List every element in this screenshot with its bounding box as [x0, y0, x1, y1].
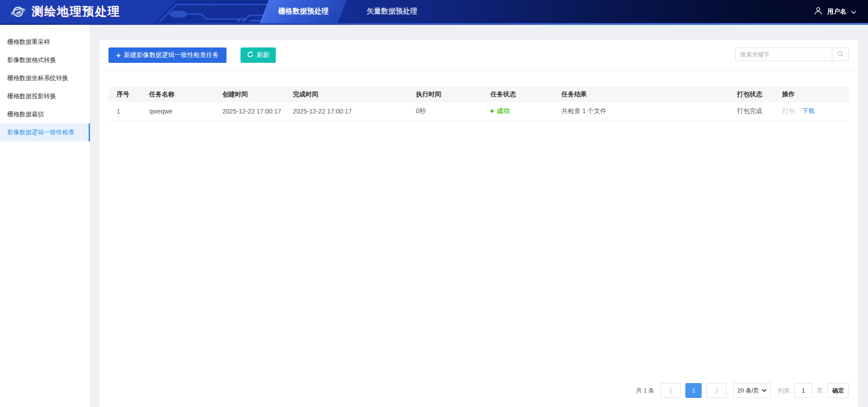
search-box [735, 47, 849, 61]
goto-page-input[interactable] [794, 383, 812, 398]
status-dot-icon [491, 109, 494, 113]
cell-exec-time: 0秒 [408, 102, 482, 120]
new-task-button[interactable]: + 新建影像数据逻辑一致性检查任务 [108, 47, 226, 63]
col-create-time: 创建时间 [214, 87, 285, 102]
user-menu[interactable]: 用户名 [814, 0, 856, 23]
goto-label: 到第 [778, 387, 790, 395]
app-logo-icon [10, 4, 26, 20]
main-content-card: + 新建影像数据逻辑一致性检查任务 刷新 [99, 40, 858, 407]
table-header-row: 序号 任务名称 创建时间 完成时间 执行时间 任务状态 任务结果 打包状态 操作 [108, 87, 849, 102]
sidebar-item-raster-resample[interactable]: 栅格数据重采样 [0, 33, 90, 51]
top-nav-tabs: 栅格数据预处理 矢量数据预处理 [264, 0, 422, 23]
chevron-down-icon [762, 389, 767, 392]
search-icon [837, 50, 844, 59]
page-unit-label: 页 [817, 387, 823, 395]
package-action[interactable]: 打包 [782, 107, 795, 114]
table-row: 1 qweqwe 2025-12-22 17:00:17 2025-12-22 … [108, 102, 849, 120]
plus-icon: + [116, 52, 121, 59]
chevron-left-icon [669, 388, 673, 393]
prev-page-button[interactable] [660, 383, 681, 398]
next-page-button[interactable] [706, 383, 726, 398]
app-title: 测绘地理预处理 [32, 4, 120, 19]
header-bottom-border [0, 23, 868, 25]
download-action[interactable]: 下载 [802, 107, 815, 114]
tab-vector-preprocessing[interactable]: 矢量数据预处理 [362, 0, 422, 23]
col-exec-time: 执行时间 [408, 87, 482, 102]
total-count: 共 1 条 [636, 387, 654, 395]
brand: 测绘地理预处理 [0, 4, 120, 20]
col-finish-time: 完成时间 [285, 87, 408, 102]
page-size-select[interactable]: 20 条/页 [733, 383, 771, 398]
cell-task-name: qweqwe [141, 102, 214, 120]
cell-index: 1 [108, 102, 141, 120]
app-header: 测绘地理预处理 栅格数据预处理 矢量数据预处理 用户名 [0, 0, 868, 25]
col-actions: 操作 [774, 87, 849, 102]
col-task-status: 任务状态 [482, 87, 553, 102]
tab-raster-preprocessing[interactable]: 栅格数据预处理 [264, 0, 342, 23]
page-number-1[interactable]: 1 [685, 383, 702, 398]
cell-actions: 打包 下载 [774, 102, 849, 120]
col-index: 序号 [108, 87, 141, 102]
cell-create-time: 2025-12-22 17:00:17 [214, 102, 285, 120]
sidebar-item-raster-projection-convert[interactable]: 栅格数据投影转换 [0, 87, 90, 105]
sidebar-item-image-format-convert[interactable]: 影像数据格式转换 [0, 51, 90, 69]
sidebar-item-raster-coordinate-convert[interactable]: 栅格数据坐标系统转换 [0, 69, 90, 87]
sidebar-item-raster-clip[interactable]: 栅格数据裁切 [0, 105, 90, 123]
col-task-name: 任务名称 [141, 87, 214, 102]
status-text: 成功 [497, 107, 509, 115]
chevron-right-icon [714, 388, 719, 393]
refresh-icon [247, 51, 254, 59]
cell-package-status: 打包完成 [729, 102, 774, 120]
user-name: 用户名 [827, 8, 846, 16]
chevron-down-icon [851, 8, 856, 15]
sidebar-item-logical-consistency-check[interactable]: 影像数据逻辑一致性检查 [0, 123, 90, 142]
cell-task-result: 共检查 1 个文件 [553, 102, 729, 120]
user-icon [814, 6, 823, 17]
confirm-button[interactable]: 确定 [827, 383, 849, 398]
sidebar: 栅格数据重采样 影像数据格式转换 栅格数据坐标系统转换 栅格数据投影转换 栅格数… [0, 25, 90, 407]
col-package-status: 打包状态 [729, 87, 774, 102]
toolbar: + 新建影像数据逻辑一致性检查任务 刷新 [99, 40, 858, 71]
refresh-button[interactable]: 刷新 [241, 47, 276, 63]
task-table: 序号 任务名称 创建时间 完成时间 执行时间 任务状态 任务结果 打包状态 操作… [108, 87, 849, 121]
cell-task-status: 成功 [482, 102, 553, 120]
cell-finish-time: 2025-12-22 17:00:17 [285, 102, 408, 120]
pagination: 共 1 条 1 20 条/页 到第 页 确定 [636, 383, 849, 398]
search-button[interactable] [832, 48, 849, 61]
header-circuit-decoration [133, 0, 283, 24]
search-input[interactable] [736, 48, 832, 61]
col-task-result: 任务结果 [553, 87, 729, 102]
